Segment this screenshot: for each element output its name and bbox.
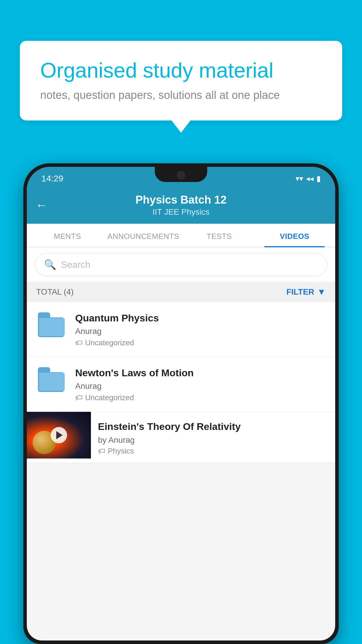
filter-bar: TOTAL (4) FILTER ▼ [27, 282, 335, 302]
speech-bubble-section: Organised study material notes, question… [20, 41, 342, 120]
list-item[interactable]: Einstein's Theory Of Relativity by Anura… [27, 412, 335, 463]
tab-announcements[interactable]: ANNOUNCEMENTS [105, 224, 182, 247]
video-title: Einstein's Theory Of Relativity [98, 420, 328, 433]
video-tag: 🏷 Uncategorized [75, 338, 327, 347]
filter-icon: ▼ [317, 287, 326, 297]
battery-icon: ▮ [317, 174, 321, 183]
bubble-title: Organised study material [40, 58, 322, 83]
filter-button[interactable]: FILTER ▼ [286, 287, 326, 297]
play-button[interactable] [51, 427, 67, 443]
header-title: Physics Batch 12 [53, 194, 309, 206]
total-label: TOTAL (4) [36, 287, 74, 297]
phone-screen: 14:29 ▾▾ ◂◂ ▮ ← Physics Batch 12 IIT JEE… [27, 167, 335, 640]
search-box[interactable]: 🔍 Search [35, 253, 327, 276]
video-tag: 🏷 Physics [98, 447, 328, 456]
search-icon: 🔍 [44, 259, 56, 270]
video-title: Quantum Physics [75, 312, 327, 324]
tab-ments[interactable]: MENTS [30, 224, 105, 247]
tag-icon: 🏷 [75, 338, 83, 347]
video-info: Newton's Laws of Motion Anurag 🏷 Uncateg… [75, 366, 327, 402]
bubble-subtitle: notes, question papers, solutions all at… [40, 89, 322, 102]
phone-notch [155, 167, 207, 182]
app-header: ← Physics Batch 12 IIT JEE Physics [27, 188, 335, 224]
folder-icon [38, 367, 64, 392]
phone-frame: 14:29 ▾▾ ◂◂ ▮ ← Physics Batch 12 IIT JEE… [23, 163, 339, 644]
status-icons: ▾▾ ◂◂ ▮ [296, 174, 321, 183]
back-button[interactable]: ← [36, 199, 47, 212]
video-tag: 🏷 Uncategorized [75, 393, 327, 402]
header-subtitle: IIT JEE Physics [53, 207, 309, 217]
wifi-icon: ▾▾ [296, 174, 303, 183]
camera [177, 171, 185, 179]
folder-thumb [35, 366, 67, 393]
video-author: Anurag [75, 327, 327, 336]
video-list: Quantum Physics Anurag 🏷 Uncategorized [27, 302, 335, 463]
search-placeholder: Search [61, 259, 90, 270]
video-info: Quantum Physics Anurag 🏷 Uncategorized [75, 312, 327, 347]
header-title-block: Physics Batch 12 IIT JEE Physics [53, 194, 309, 217]
list-item[interactable]: Quantum Physics Anurag 🏷 Uncategorized [27, 302, 335, 357]
signal-icon: ◂◂ [306, 174, 314, 183]
video-author: by Anurag [98, 435, 328, 445]
folder-icon [38, 312, 64, 337]
video-info: Einstein's Theory Of Relativity by Anura… [91, 412, 335, 462]
folder-thumb [35, 312, 67, 338]
list-item[interactable]: Newton's Laws of Motion Anurag 🏷 Uncateg… [27, 357, 335, 412]
tabs-bar: MENTS ANNOUNCEMENTS TESTS VIDEOS [27, 224, 335, 247]
speech-bubble: Organised study material notes, question… [20, 41, 342, 120]
tag-icon: 🏷 [75, 393, 83, 402]
video-author: Anurag [75, 382, 327, 391]
search-container: 🔍 Search [27, 247, 335, 282]
tab-tests[interactable]: TESTS [182, 224, 257, 247]
status-time: 14:29 [41, 174, 63, 183]
tag-icon: 🏷 [98, 447, 106, 456]
tab-videos[interactable]: VIDEOS [257, 224, 332, 247]
video-title: Newton's Laws of Motion [75, 366, 327, 379]
play-icon [56, 431, 63, 439]
video-thumbnail [27, 412, 91, 459]
